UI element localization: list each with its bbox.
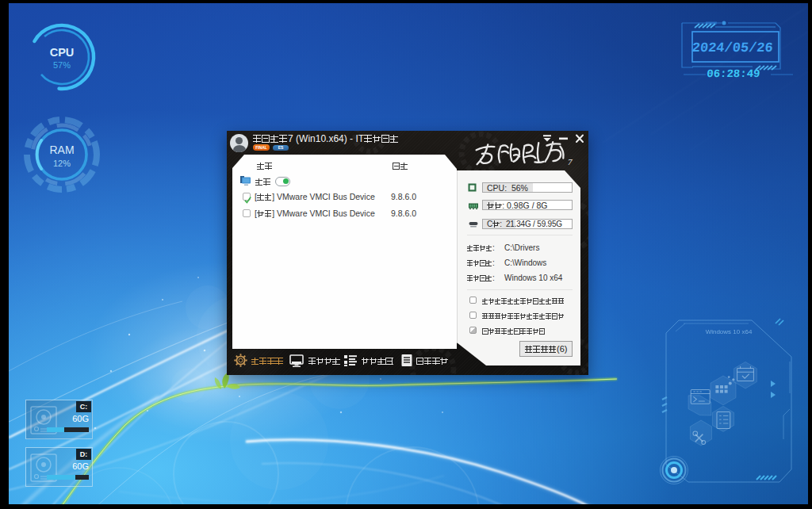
svg-text:12%: 12% — [53, 159, 71, 168]
svg-text:2024/05/26: 2024/05/26 — [691, 40, 774, 55]
svg-text:57%: 57% — [53, 60, 71, 70]
svg-text:7: 7 — [568, 157, 573, 166]
svg-text:RAM: RAM — [49, 144, 74, 156]
svg-text:Windows 10 x64: Windows 10 x64 — [706, 328, 753, 335]
svg-text:CPU: CPU — [50, 46, 75, 59]
svg-text:06:28:49: 06:28:49 — [707, 67, 760, 80]
